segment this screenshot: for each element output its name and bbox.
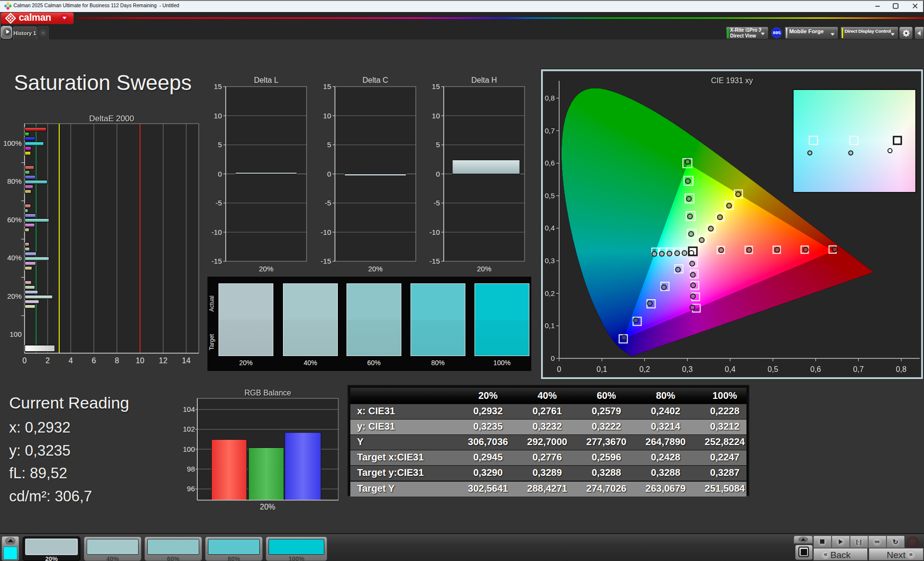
svg-text:60%: 60% [7,216,22,224]
svg-text:-10: -10 [321,228,331,236]
svg-text:-5: -5 [434,199,440,207]
svg-text:96: 96 [187,484,195,493]
svg-text:0,3: 0,3 [682,365,693,373]
svg-text:0,4: 0,4 [545,224,555,232]
svg-text:0,4: 0,4 [725,365,735,373]
svg-text:0,7: 0,7 [545,127,555,135]
svg-text:100: 100 [10,330,22,338]
svg-text:0,1: 0,1 [545,321,555,330]
svg-text:100%: 100% [3,139,22,147]
svg-text:10: 10 [136,357,144,365]
svg-text:20%: 20% [368,265,383,273]
svg-text:-10: -10 [212,228,222,236]
svg-text:-10: -10 [429,228,440,236]
svg-text:-15: -15 [321,257,331,265]
svg-text:40%: 40% [7,254,22,262]
svg-text:20%: 20% [259,265,273,273]
svg-text:15: 15 [323,82,331,90]
svg-text:2: 2 [46,357,50,365]
svg-text:0: 0 [218,170,222,178]
svg-text:10: 10 [323,112,331,120]
svg-text:0,1: 0,1 [597,365,607,373]
svg-text:0: 0 [23,357,27,365]
svg-text:4: 4 [69,357,73,365]
svg-text:12: 12 [159,357,167,365]
svg-text:20%: 20% [7,292,22,300]
svg-text:Delta H: Delta H [471,77,497,84]
svg-text:0,2: 0,2 [639,365,650,373]
svg-text:14: 14 [182,357,191,365]
svg-text:10: 10 [214,112,222,120]
svg-text:104: 104 [183,405,195,413]
svg-text:8: 8 [115,357,119,365]
svg-text:0,5: 0,5 [545,191,555,200]
svg-text:80%: 80% [7,177,22,185]
svg-text:-15: -15 [212,257,222,265]
svg-text:100: 100 [183,445,195,453]
svg-text:0,2: 0,2 [545,289,555,297]
svg-text:-15: -15 [429,257,440,265]
svg-text:Delta L: Delta L [254,77,279,84]
svg-text:5: 5 [327,140,331,149]
svg-text:6: 6 [92,357,96,365]
svg-text:98: 98 [187,465,195,473]
svg-text:0: 0 [557,365,561,373]
svg-text:-5: -5 [216,199,222,207]
svg-text:0: 0 [327,170,331,178]
svg-text:0,5: 0,5 [768,365,778,373]
svg-text:0,6: 0,6 [810,365,821,373]
svg-text:0,3: 0,3 [545,256,555,265]
svg-text:20%: 20% [260,503,275,511]
svg-text:15: 15 [432,82,440,90]
svg-text:5: 5 [218,140,222,149]
svg-text:15: 15 [214,82,222,90]
svg-text:0,8: 0,8 [545,94,555,102]
svg-text:-5: -5 [325,199,331,207]
svg-text:10: 10 [432,112,440,120]
svg-text:0,8: 0,8 [896,365,906,373]
svg-text:0,6: 0,6 [545,159,555,167]
svg-text:0: 0 [436,170,440,178]
svg-text:102: 102 [183,425,195,433]
svg-text:0: 0 [551,354,554,362]
svg-text:0,7: 0,7 [853,365,864,373]
svg-text:5: 5 [436,140,440,149]
svg-text:Delta C: Delta C [362,77,388,84]
svg-text:20%: 20% [477,265,491,273]
